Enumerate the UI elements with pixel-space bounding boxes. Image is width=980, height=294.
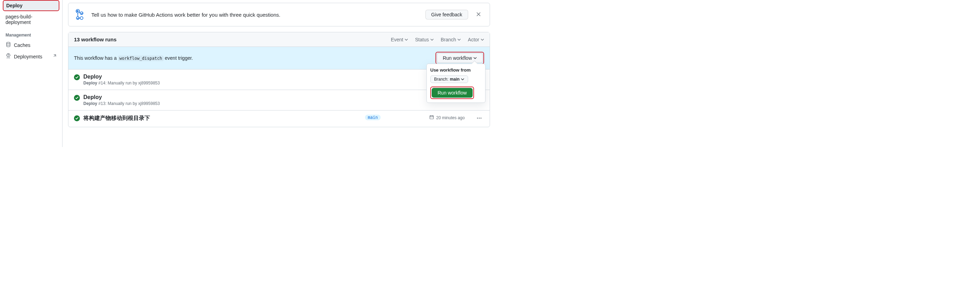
run-meta: 20 minutes ago [429,115,471,121]
run-title[interactable]: 将构建产物移动到根目录下 [83,115,361,122]
close-icon[interactable] [474,10,483,19]
sidebar-item-label: Deploy [6,3,22,8]
sidebar-item-pages-build[interactable]: pages-build-deployment [3,12,59,27]
feedback-banner: Tell us how to make GitHub Actions work … [68,3,490,26]
svg-rect-10 [430,116,434,119]
actions-icon [75,9,85,21]
sidebar: Deploy pages-build-deployment Management… [0,0,62,147]
run-main: Deploy Deploy #14: Manually run by xj899… [83,74,484,85]
filter-status[interactable]: Status [415,37,434,42]
success-icon [74,95,80,101]
branch-tag[interactable]: main [365,115,380,120]
run-main: 将构建产物移动到根目录下 [83,115,361,122]
sidebar-item-label: pages-build-deployment [6,14,57,25]
workflow-runs-box: 13 workflow runs Event Status Branch Act… [68,32,490,127]
sidebar-item-label: Deployments [14,54,42,59]
filter-actor[interactable]: Actor [468,37,484,42]
runs-count: 13 workflow runs [74,37,384,42]
workflow-run-row[interactable]: 将构建产物移动到根目录下 main 20 minutes ago [68,110,490,127]
sidebar-item-deploy[interactable]: Deploy [3,0,59,11]
external-link-icon [52,54,57,59]
run-workflow-dropdown-button[interactable]: Run workflow [437,53,483,63]
rocket-icon [6,53,11,60]
calendar-icon [429,115,434,121]
svg-point-1 [8,54,9,55]
database-icon [6,42,11,48]
svg-point-5 [80,17,83,19]
filter-event[interactable]: Event [391,37,408,42]
popover-title: Use workflow from [430,67,482,73]
svg-point-11 [477,118,478,119]
run-time: 20 minutes ago [436,115,465,120]
runs-header: 13 workflow runs Event Status Branch Act… [68,32,490,47]
give-feedback-button[interactable]: Give feedback [425,10,468,19]
success-icon [74,115,80,121]
run-workflow-button[interactable]: Run workflow [432,88,473,97]
sidebar-item-deployments[interactable]: Deployments [3,51,59,62]
filter-branch[interactable]: Branch [441,37,461,42]
run-workflow-button-highlight: Run workflow [430,86,474,99]
run-title[interactable]: Deploy [83,74,484,80]
svg-point-12 [479,118,480,119]
dispatch-message: This workflow has a workflow_dispatch ev… [74,55,436,61]
svg-point-13 [480,118,482,119]
run-title[interactable]: Deploy [83,94,426,101]
kebab-icon[interactable] [474,115,484,123]
success-icon [74,74,80,80]
run-subtitle: Deploy #13: Manually run by xj89959853 [83,101,426,106]
sidebar-section-management: Management [3,28,59,40]
sidebar-item-label: Caches [14,42,30,48]
run-workflow-popover: Use workflow from Branch: main Run workf… [426,64,485,103]
svg-point-0 [6,42,10,43]
run-workflow-highlight: Run workflow [436,52,484,64]
main-content: Tell us how to make GitHub Actions work … [62,0,490,147]
run-subtitle: Deploy #14: Manually run by xj89959853 [83,81,484,85]
run-main: Deploy Deploy #13: Manually run by xj899… [83,94,426,106]
branch-select[interactable]: Branch: main [430,75,468,83]
sidebar-item-caches[interactable]: Caches [3,40,59,50]
dispatch-code: workflow_dispatch [118,56,164,61]
dispatch-row: This workflow has a workflow_dispatch ev… [68,47,490,70]
banner-text: Tell us how to make GitHub Actions work … [91,12,419,18]
